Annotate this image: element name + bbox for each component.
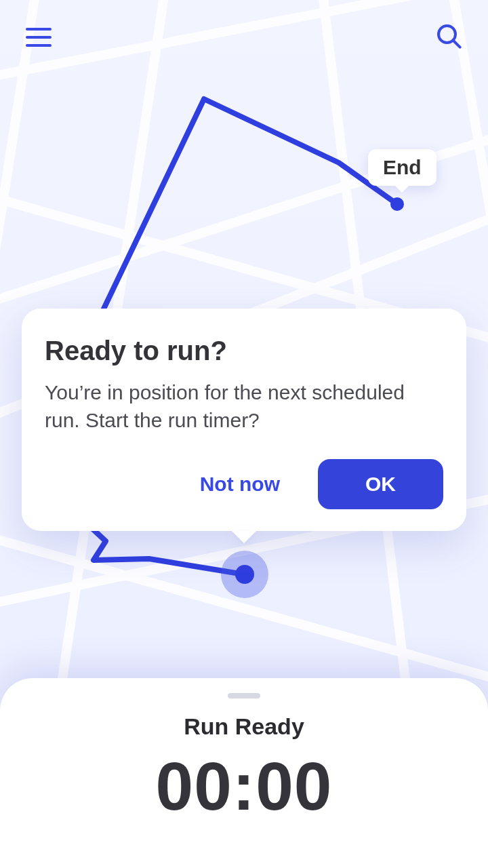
run-timer-value: 00:00 [156, 752, 333, 820]
search-icon[interactable] [435, 22, 462, 52]
start-run-dialog: Ready to run? You’re in position for the… [22, 309, 466, 531]
header-bar [0, 0, 488, 75]
dialog-title: Ready to run? [45, 336, 443, 366]
sheet-title: Run Ready [184, 713, 304, 740]
run-timer-sheet[interactable]: Run Ready 00:00 [0, 678, 488, 868]
app-screen: End Ready to run? You’re in position for… [0, 0, 488, 868]
menu-icon[interactable] [26, 28, 52, 47]
not-now-button[interactable]: Not now [181, 460, 299, 508]
current-location-dot [235, 565, 254, 584]
route-end-label: End [368, 149, 436, 186]
dialog-body: You’re in position for the next schedule… [45, 378, 443, 435]
route-end-marker [390, 197, 404, 211]
svg-line-1 [453, 41, 460, 47]
ok-button[interactable]: OK [318, 459, 443, 509]
sheet-grabber[interactable] [228, 693, 260, 698]
dialog-actions: Not now OK [45, 459, 443, 509]
